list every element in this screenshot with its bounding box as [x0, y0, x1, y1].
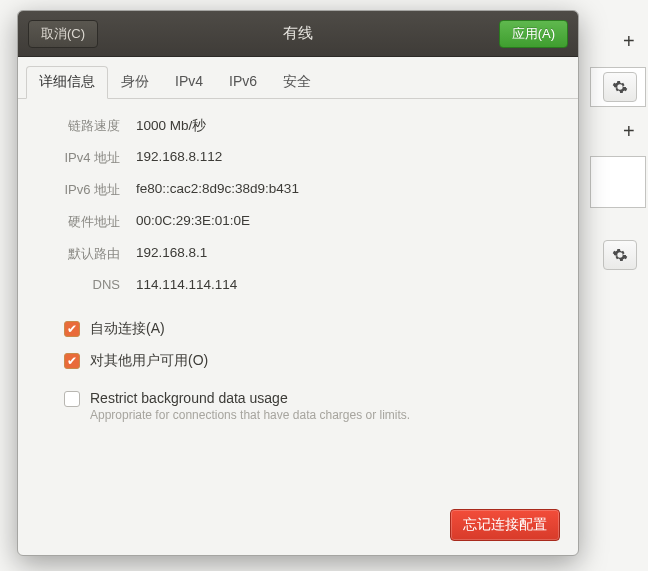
auto-connect-checkbox[interactable]: ✔: [64, 321, 80, 337]
detail-value-link-speed: 1000 Mb/秒: [136, 117, 560, 135]
dialog-footer: 忘记连接配置: [36, 509, 560, 541]
settings-gear-button-2[interactable]: [603, 240, 637, 270]
connection-details-grid: 链路速度 1000 Mb/秒 IPv4 地址 192.168.8.112 IPv…: [40, 117, 560, 292]
detail-label: DNS: [40, 277, 120, 292]
bg-panel-2: [590, 156, 646, 208]
apply-button[interactable]: 应用(A): [499, 20, 568, 48]
tab-bar: 详细信息 身份 IPv4 IPv6 安全: [18, 57, 578, 99]
settings-gear-button-1[interactable]: [603, 72, 637, 102]
available-all-row: ✔ 对其他用户可用(O): [64, 352, 560, 370]
detail-value-gateway: 192.168.8.1: [136, 245, 560, 263]
detail-label: 链路速度: [40, 117, 120, 135]
detail-label: 硬件地址: [40, 213, 120, 231]
detail-value-ipv4: 192.168.8.112: [136, 149, 560, 167]
available-all-checkbox[interactable]: ✔: [64, 353, 80, 369]
cancel-button[interactable]: 取消(C): [28, 20, 98, 48]
gear-icon: [612, 247, 628, 263]
detail-value-ipv6: fe80::cac2:8d9c:38d9:b431: [136, 181, 560, 199]
details-pane: 链路速度 1000 Mb/秒 IPv4 地址 192.168.8.112 IPv…: [18, 99, 578, 555]
tab-identity[interactable]: 身份: [108, 66, 162, 99]
restrict-bg-sublabel: Appropriate for connections that have da…: [90, 408, 410, 422]
detail-label: IPv6 地址: [40, 181, 120, 199]
add-connection-button[interactable]: +: [623, 30, 635, 53]
available-all-label: 对其他用户可用(O): [90, 352, 208, 370]
tab-security[interactable]: 安全: [270, 66, 324, 99]
dialog-title: 有线: [18, 24, 578, 43]
auto-connect-label: 自动连接(A): [90, 320, 165, 338]
dialog-titlebar: 取消(C) 有线 应用(A): [18, 11, 578, 57]
detail-label: IPv4 地址: [40, 149, 120, 167]
detail-label: 默认路由: [40, 245, 120, 263]
tab-details[interactable]: 详细信息: [26, 66, 108, 99]
tab-ipv4[interactable]: IPv4: [162, 66, 216, 99]
wired-connection-dialog: 取消(C) 有线 应用(A) 详细信息 身份 IPv4 IPv6 安全 链路速度…: [17, 10, 579, 556]
auto-connect-row: ✔ 自动连接(A): [64, 320, 560, 338]
add-connection-button-2[interactable]: +: [623, 120, 635, 143]
detail-value-mac: 00:0C:29:3E:01:0E: [136, 213, 560, 231]
tab-ipv6[interactable]: IPv6: [216, 66, 270, 99]
detail-value-dns: 114.114.114.114: [136, 277, 560, 292]
forget-connection-button[interactable]: 忘记连接配置: [450, 509, 560, 541]
restrict-bg-label: Restrict background data usage: [90, 390, 410, 406]
restrict-bg-checkbox[interactable]: ✔: [64, 391, 80, 407]
restrict-bg-row: ✔ Restrict background data usage Appropr…: [64, 390, 560, 422]
gear-icon: [612, 79, 628, 95]
